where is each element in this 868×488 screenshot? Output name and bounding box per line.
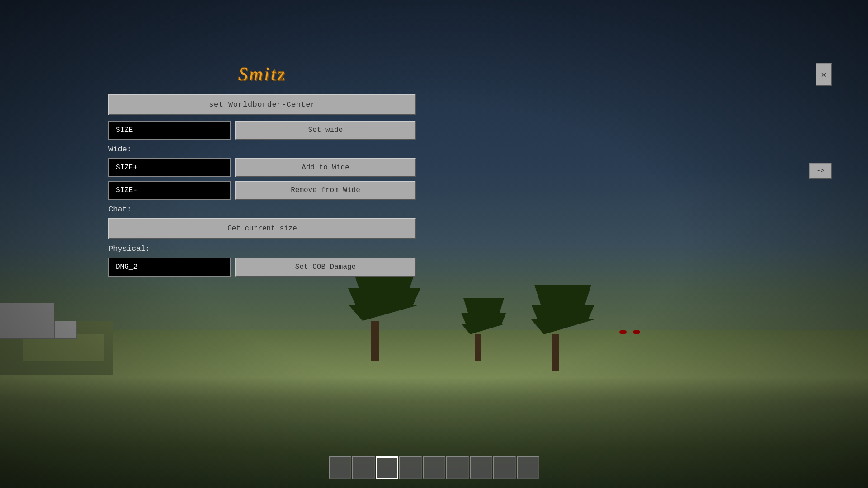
- stone-block: [54, 321, 77, 339]
- physical-label: Physical:: [108, 244, 416, 253]
- size-plus-row: Add to Wide: [108, 158, 416, 177]
- hotbar-slot-9[interactable]: [517, 456, 539, 479]
- stone-wall: [0, 303, 54, 339]
- tree-1: [371, 321, 379, 361]
- size-plus-input[interactable]: [108, 158, 231, 177]
- player-name-title: Smitz: [108, 63, 416, 85]
- close-button[interactable]: ✕: [816, 63, 832, 86]
- hotbar-slot-5[interactable]: [423, 456, 445, 479]
- get-current-size-button[interactable]: Get current size: [108, 218, 416, 239]
- dmg-row: Set OOB Damage: [108, 258, 416, 277]
- set-worldborder-center-button[interactable]: set Worldborder-Center: [108, 94, 416, 115]
- hotbar: [329, 456, 539, 479]
- arrow-right-button[interactable]: ->: [809, 163, 832, 179]
- size-input[interactable]: [108, 121, 231, 140]
- mob-3: [633, 330, 640, 334]
- close-icon: ✕: [821, 70, 826, 80]
- hotbar-slot-3[interactable]: [376, 456, 398, 479]
- hotbar-slot-6[interactable]: [446, 456, 469, 479]
- hotbar-slot-7[interactable]: [470, 456, 492, 479]
- wide-label: Wide:: [108, 145, 416, 154]
- set-oob-damage-button[interactable]: Set OOB Damage: [235, 258, 416, 277]
- add-to-wide-button[interactable]: Add to Wide: [235, 158, 416, 177]
- chat-label: Chat:: [108, 205, 416, 214]
- size-minus-input[interactable]: [108, 181, 231, 200]
- dmg-input[interactable]: [108, 258, 231, 277]
- arrow-right-icon: ->: [817, 167, 825, 174]
- tree-2: [475, 334, 481, 361]
- size-row: Set wide: [108, 121, 416, 140]
- hotbar-slot-1[interactable]: [329, 456, 351, 479]
- remove-from-wide-button[interactable]: Remove from Wide: [235, 181, 416, 200]
- hotbar-slot-4[interactable]: [399, 456, 422, 479]
- tree-3: [552, 334, 559, 371]
- hotbar-slot-2[interactable]: [352, 456, 375, 479]
- mob-2: [619, 330, 627, 334]
- hotbar-slot-8[interactable]: [493, 456, 516, 479]
- main-panel: Smitz set Worldborder-Center Set wide Wi…: [108, 63, 416, 280]
- size-minus-row: Remove from Wide: [108, 181, 416, 200]
- set-wide-button[interactable]: Set wide: [235, 121, 416, 140]
